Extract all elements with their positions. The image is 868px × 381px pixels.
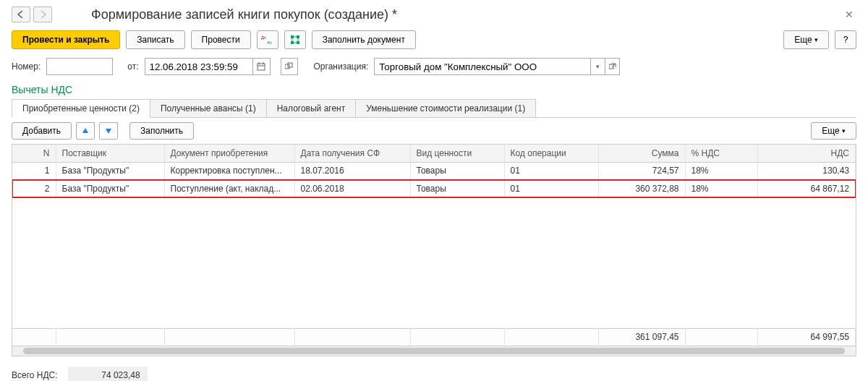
total-vat-value: 74 023,48 [68,367,148,381]
move-down-icon[interactable] [99,122,118,140]
cell[interactable]: 18% [685,180,757,197]
number-input[interactable] [46,58,113,75]
tab-2[interactable]: Налоговый агент [266,99,357,118]
cell[interactable]: 64 867,12 [757,180,856,197]
more-button[interactable]: Еще ▾ [783,30,829,49]
structure-icon-button[interactable] [284,30,306,49]
cell[interactable]: База "Продукты" [56,163,164,180]
nav-back-button[interactable] [12,7,30,22]
col-supplier[interactable]: Поставщик [56,145,164,162]
dt-kt-icon-button[interactable]: ДтКт [257,30,278,49]
organization-label: Организация: [314,61,369,72]
cell[interactable]: 724,57 [598,163,685,180]
table-row[interactable]: 2База "Продукты"Поступление (акт, наклад… [12,180,856,197]
tab-more-button[interactable]: Еще ▾ [811,122,856,140]
cell[interactable]: 360 372,88 [598,180,685,197]
col-n[interactable]: N [12,145,56,162]
tab-1[interactable]: Полученные авансы (1) [150,99,267,118]
cell[interactable]: 02.06.2018 [294,180,410,197]
cell[interactable]: Поступление (акт, наклад... [164,180,294,197]
totals-row: 361 097,45 64 997,55 [12,328,856,346]
svg-rect-5 [297,41,299,44]
col-sf-date[interactable]: Дата получения СФ [294,145,410,162]
cell[interactable]: 01 [504,180,598,197]
move-up-icon[interactable] [76,122,95,140]
col-value-type[interactable]: Вид ценности [410,145,504,162]
number-label: Номер: [12,61,41,72]
svg-rect-10 [285,64,289,69]
cell[interactable]: 01 [504,163,598,180]
svg-rect-4 [291,41,294,44]
horizontal-scrollbar[interactable] [12,346,856,356]
total-sum: 361 097,45 [598,328,685,346]
total-vat-label: Всего НДС: [12,370,58,380]
cell[interactable]: 1 [12,163,56,180]
cell[interactable]: База "Продукты" [56,180,164,197]
col-vat[interactable]: НДС [757,145,856,162]
calendar-icon[interactable] [253,58,271,75]
cell[interactable]: 18% [685,163,757,180]
tab-3[interactable]: Уменьшение стоимости реализации (1) [355,99,536,118]
table-row[interactable]: 1База "Продукты"Корректировка поступлен.… [12,163,856,180]
col-sum[interactable]: Сумма [598,145,685,162]
svg-rect-12 [609,64,613,69]
svg-rect-2 [291,35,294,38]
svg-rect-6 [258,64,265,70]
cell[interactable]: Корректировка поступлен... [164,163,294,180]
date-link-icon[interactable] [281,58,298,75]
section-title: Вычеты НДС [12,84,856,95]
save-button[interactable]: Записать [126,30,184,49]
svg-rect-11 [288,63,292,67]
cell[interactable]: Товары [410,163,504,180]
col-vat-pct[interactable]: % НДС [685,145,757,162]
total-vat: 64 997,55 [757,328,856,346]
svg-rect-3 [297,35,299,38]
data-grid[interactable]: N Поставщик Документ приобретения Дата п… [12,144,856,346]
cell[interactable]: 2 [12,180,56,197]
svg-text:Дт: Дт [261,35,266,40]
organization-input[interactable] [374,58,591,75]
close-icon[interactable]: ✕ [842,6,856,23]
open-ref-icon[interactable] [605,58,620,75]
svg-text:Кт: Кт [268,40,272,45]
tab-0[interactable]: Приобретенные ценности (2) [12,99,150,118]
post-button[interactable]: Провести [191,30,251,49]
nav-forward-button[interactable] [33,7,52,22]
cell[interactable]: 18.07.2016 [294,163,410,180]
dropdown-icon[interactable]: ▾ [591,58,605,75]
fill-tab-button[interactable]: Заполнить [129,122,194,140]
col-doc[interactable]: Документ приобретения [164,145,294,162]
col-op-code[interactable]: Код операции [504,145,598,162]
date-input[interactable] [145,58,253,75]
svg-line-13 [612,64,616,67]
date-label: от: [127,61,138,72]
help-button[interactable]: ? [835,30,856,49]
page-title: Формирование записей книги покупок (созд… [91,7,839,22]
post-and-close-button[interactable]: Провести и закрыть [12,30,120,49]
cell[interactable]: 130,43 [757,163,856,180]
fill-document-button[interactable]: Заполнить документ [312,30,416,49]
cell[interactable]: Товары [410,180,504,197]
add-row-button[interactable]: Добавить [12,122,72,140]
table-header: N Поставщик Документ приобретения Дата п… [12,145,856,162]
